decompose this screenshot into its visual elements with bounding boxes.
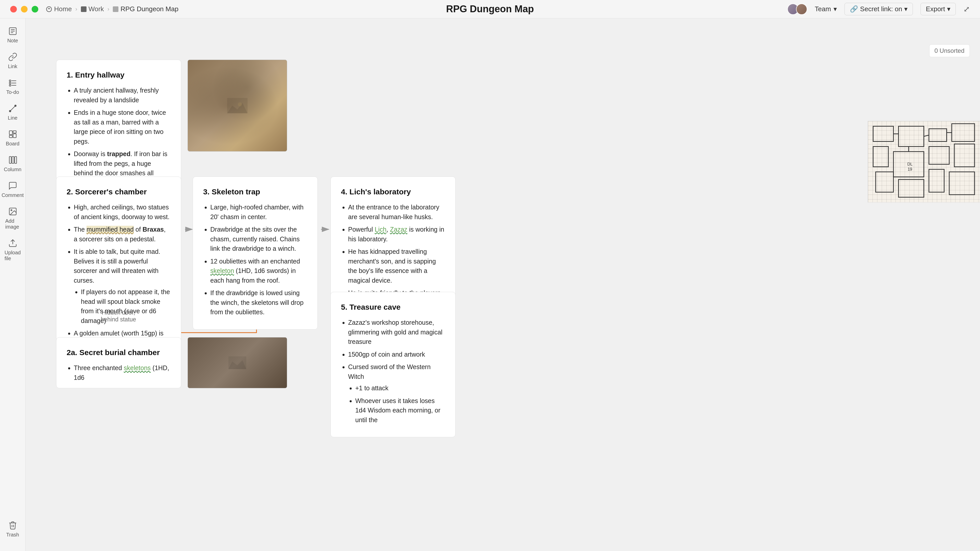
team-button[interactable]: Team ▾: [815, 5, 837, 13]
note-icon: [8, 27, 18, 36]
sidebar-comment-label: Comment: [2, 192, 24, 198]
list-item: Whoever uses it takes loses 1d4 Wisdom e…: [355, 396, 445, 425]
svg-point-0: [46, 6, 52, 12]
avatars: [788, 3, 807, 15]
chevron-down-icon3: ▾: [947, 5, 950, 13]
traffic-lights: [10, 6, 38, 13]
svg-text:DL: DL: [907, 162, 912, 166]
svg-rect-7: [9, 83, 11, 84]
sidebar-item-line[interactable]: Line: [1, 101, 24, 124]
avatar-2: [796, 3, 807, 15]
list-item: Powerful Lich, Zazaz is working in his l…: [348, 225, 445, 244]
main-canvas[interactable]: 0 Unsorted 1. Entry hallway: [25, 37, 980, 551]
sidebar-note-label: Note: [7, 38, 18, 44]
breadcrumb-current[interactable]: RPG Dungeon Map: [113, 5, 178, 13]
close-button[interactable]: [10, 6, 17, 13]
sidebar-item-todo[interactable]: To-do: [1, 75, 24, 98]
sidebar-todo-label: To-do: [6, 89, 19, 95]
sidebar-item-trash[interactable]: Trash: [1, 518, 24, 541]
svg-rect-32: [227, 98, 248, 113]
list-item: Drawbridge at the sits over the chasm, c…: [210, 225, 307, 254]
dungeon-sketch-icon: [224, 95, 250, 116]
titlebar: Home › Work › RPG Dungeon Map RPG Dungeo…: [0, 0, 980, 18]
svg-text:19: 19: [908, 167, 912, 171]
list-item: A truly ancient hallway, freshly reveale…: [74, 86, 171, 105]
sidebar-link-label: Link: [8, 64, 18, 69]
sidebar-item-comment[interactable]: Comment: [1, 178, 24, 201]
list-item: 1500gp of coin and artwork: [348, 350, 445, 359]
card2-bullets: High, arched ceilings, two statues of an…: [67, 203, 171, 348]
breadcrumb-sep1: ›: [75, 6, 77, 13]
list-item: Ends in a huge stone door, twice as tall…: [74, 108, 171, 146]
svg-rect-39: [873, 146, 888, 167]
column-icon: [8, 156, 18, 165]
dungeon-image-1: [188, 60, 287, 151]
dungeon-sketch2-icon: [227, 355, 248, 370]
header-right: Team ▾ 🔗 Secret link: on ▾ Export ▾ ⤢: [788, 3, 970, 15]
svg-rect-20: [14, 157, 17, 164]
svg-rect-17: [9, 135, 12, 138]
sidebar-upload-label: Upload file: [5, 250, 21, 262]
image-icon: [8, 207, 18, 216]
svg-line-48: [924, 135, 929, 137]
map-thumbnail[interactable]: DL 19: [868, 121, 980, 203]
card-secret-burial: 2a. Secret burial chamber Three enchante…: [56, 337, 181, 388]
dungeon-image-2: [188, 337, 287, 388]
svg-rect-14: [9, 131, 12, 135]
svg-point-22: [11, 210, 12, 211]
sidebar: Note Link To-do Line: [0, 18, 25, 551]
secret-link-button[interactable]: 🔗 Secret link: on ▾: [845, 3, 913, 15]
card5-bullets: Zazaz's workshop storehouse, glimmering …: [341, 318, 445, 425]
list-item: Large, high-roofed chamber, with 20' cha…: [210, 203, 307, 222]
list-item: Three enchanted skeletons (1HD, 1d6: [74, 363, 171, 383]
breadcrumb-current-label: RPG Dungeon Map: [121, 5, 178, 13]
breadcrumb-home[interactable]: Home: [46, 5, 72, 13]
svg-rect-45: [929, 169, 944, 192]
card2a-title: 2a. Secret burial chamber: [67, 347, 171, 358]
todo-icon: [8, 78, 18, 87]
breadcrumb: Home › Work › RPG Dungeon Map: [46, 5, 178, 13]
page-title: RPG Dungeon Map: [446, 3, 534, 14]
breadcrumb-sep2: ›: [107, 6, 109, 13]
svg-line-11: [10, 106, 15, 111]
card1-title: 1. Entry hallway: [67, 69, 171, 81]
card2-title: 2. Sorcerer's chamber: [67, 186, 171, 197]
sidebar-trash-label: Trash: [6, 532, 19, 538]
sidebar-item-note[interactable]: Note: [1, 24, 24, 47]
board-icon: [8, 130, 18, 139]
card3-title: 3. Skeleton trap: [203, 186, 307, 197]
svg-point-33: [238, 102, 242, 106]
card2a-bullets: Three enchanted skeletons (1HD, 1d6: [67, 363, 171, 383]
sidebar-column-label: Column: [4, 167, 21, 172]
breadcrumb-work-label: Work: [89, 5, 104, 13]
sidebar-item-upload[interactable]: Upload file: [1, 235, 24, 265]
expand-button[interactable]: ⤢: [963, 5, 970, 14]
sidebar-item-link[interactable]: Link: [1, 49, 24, 73]
list-item: Cursed sword of the Western Witch +1 to …: [348, 362, 445, 425]
arrow-label-hidden-door: Hidden door,behind statue: [101, 309, 136, 323]
export-button[interactable]: Export ▾: [921, 3, 956, 15]
svg-rect-16: [13, 134, 16, 138]
team-label: Team: [815, 5, 831, 13]
dungeon-map-grid: DL 19: [868, 121, 980, 202]
link-icon: [8, 52, 18, 62]
svg-rect-46: [949, 172, 974, 195]
svg-rect-41: [929, 146, 950, 164]
sidebar-item-board[interactable]: Board: [1, 127, 24, 150]
breadcrumb-work[interactable]: Work: [81, 5, 104, 13]
svg-rect-43: [876, 172, 894, 192]
sidebar-item-add-image[interactable]: Add image: [1, 204, 24, 233]
line-icon: [8, 104, 18, 113]
sidebar-board-label: Board: [6, 141, 19, 147]
export-label: Export: [926, 5, 945, 13]
list-item: At the entrance to the laboratory are se…: [348, 203, 445, 222]
minimize-button[interactable]: [21, 6, 27, 13]
upload-icon: [8, 238, 18, 248]
card5-title: 5. Treasure cave: [341, 301, 445, 313]
card1-bullets: A truly ancient hallway, freshly reveale…: [67, 86, 171, 187]
link-icon: 🔗: [850, 5, 858, 13]
list-item: The mummified head of Braxas, a sorcerer…: [74, 225, 171, 244]
svg-rect-38: [952, 124, 974, 141]
sidebar-item-column[interactable]: Column: [1, 152, 24, 176]
maximize-button[interactable]: [32, 6, 38, 13]
